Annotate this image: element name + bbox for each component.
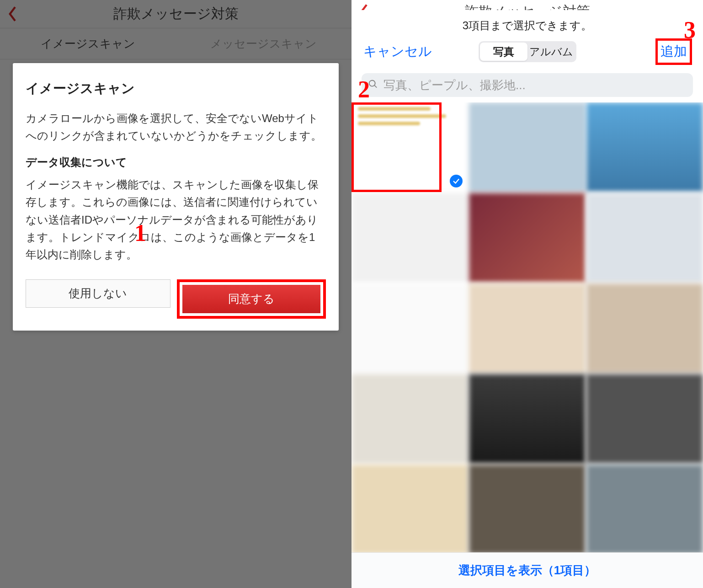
picker-nav: キャンセル 写真 アルバム 追加 — [352, 37, 703, 67]
agree-highlight: 同意する — [177, 279, 326, 319]
photo-thumbnail[interactable] — [352, 374, 468, 464]
photo-thumbnail[interactable] — [469, 102, 586, 192]
annotation-1: 1 — [134, 219, 146, 246]
photo-thumbnail[interactable] — [352, 465, 468, 552]
photo-thumbnail[interactable] — [352, 193, 468, 283]
agree-button[interactable]: 同意する — [182, 285, 321, 313]
modal-title: イメージスキャン — [26, 80, 326, 98]
photo-thumbnail[interactable] — [586, 102, 703, 192]
segment-photos[interactable]: 写真 — [480, 43, 527, 61]
search-input[interactable]: 写真、ピープル、撮影地... — [362, 73, 693, 97]
modal-buttons: 使用しない 同意する — [26, 279, 326, 319]
modal-subheading: データ収集について — [26, 155, 326, 170]
selection-limit-text: 3項目まで選択できます。 — [352, 10, 703, 37]
photo-thumbnail[interactable] — [469, 465, 586, 552]
annotation-3: 3 — [684, 16, 696, 43]
photo-thumbnail[interactable] — [352, 102, 468, 192]
photo-grid — [352, 102, 703, 552]
modal-subbody: イメージスキャン機能では、スキャンした画像を収集し保存します。これらの画像には、… — [26, 176, 326, 264]
right-screenshot: 詐欺メッセージ対策 3項目まで選択できます。 キャンセル 写真 アルバム 追加 … — [352, 0, 703, 588]
photo-thumbnail[interactable] — [469, 193, 586, 283]
modal-description: カメラロールから画像を選択して、安全でないWebサイトへのリンクが含まれていない… — [26, 110, 326, 145]
photo-picker-sheet: 3項目まで選択できます。 キャンセル 写真 アルバム 追加 写真、ピープル、撮影… — [352, 10, 703, 588]
photo-thumbnail[interactable] — [586, 193, 703, 283]
show-selected-button[interactable]: 選択項目を表示（1項目） — [458, 562, 596, 578]
cancel-button[interactable]: キャンセル — [363, 43, 432, 61]
consent-modal: イメージスキャン カメラロールから画像を選択して、安全でないWebサイトへのリン… — [13, 63, 339, 331]
photo-thumbnail[interactable] — [352, 283, 468, 373]
annotation-2: 2 — [358, 76, 370, 103]
search-placeholder: 写真、ピープル、撮影地... — [383, 77, 526, 93]
photo-thumbnail[interactable] — [586, 374, 703, 464]
photo-thumbnail[interactable] — [469, 374, 586, 464]
segmented-control: 写真 アルバム — [479, 41, 576, 62]
segment-albums[interactable]: アルバム — [527, 43, 575, 61]
bottom-toolbar: 選択項目を表示（1項目） — [352, 552, 703, 588]
search-wrap: 写真、ピープル、撮影地... — [352, 67, 703, 102]
left-screenshot: 詐欺メッセージ対策 イメージスキャン メッセージスキャン イメージスキャン カメ… — [0, 0, 352, 588]
photo-thumbnail[interactable] — [586, 465, 703, 552]
decline-button[interactable]: 使用しない — [26, 279, 170, 308]
photo-thumbnail[interactable] — [469, 283, 586, 373]
selected-check-icon — [449, 174, 463, 188]
photo-thumbnail[interactable] — [586, 283, 703, 373]
